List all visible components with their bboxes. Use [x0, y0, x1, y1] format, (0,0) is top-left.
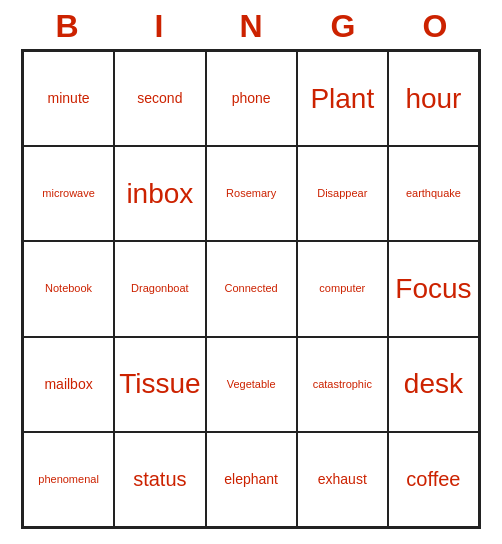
cell-text: coffee — [406, 467, 460, 491]
cell-r1-c0: microwave — [23, 146, 114, 241]
cell-r0-c2: phone — [206, 51, 297, 146]
cell-r0-c1: second — [114, 51, 205, 146]
cell-text: earthquake — [406, 187, 461, 200]
bingo-letter: I — [115, 8, 203, 45]
cell-r3-c0: mailbox — [23, 337, 114, 432]
cell-text: status — [133, 467, 186, 491]
bingo-grid: minutesecondphonePlanthourmicrowaveinbox… — [21, 49, 481, 529]
cell-text: minute — [48, 90, 90, 107]
cell-r4-c0: phenomenal — [23, 432, 114, 527]
bingo-header: BINGO — [21, 0, 481, 49]
cell-r2-c2: Connected — [206, 241, 297, 336]
cell-text: elephant — [224, 471, 278, 488]
cell-text: hour — [405, 82, 461, 116]
cell-r4-c1: status — [114, 432, 205, 527]
cell-r1-c2: Rosemary — [206, 146, 297, 241]
cell-text: Focus — [395, 272, 471, 306]
cell-r0-c4: hour — [388, 51, 479, 146]
cell-r1-c3: Disappear — [297, 146, 388, 241]
cell-text: catastrophic — [313, 378, 372, 391]
cell-r3-c3: catastrophic — [297, 337, 388, 432]
cell-r3-c2: Vegetable — [206, 337, 297, 432]
cell-r2-c0: Notebook — [23, 241, 114, 336]
cell-text: Rosemary — [226, 187, 276, 200]
cell-r1-c1: inbox — [114, 146, 205, 241]
cell-r3-c1: Tissue — [114, 337, 205, 432]
cell-text: Dragonboat — [131, 282, 189, 295]
cell-text: Connected — [225, 282, 278, 295]
bingo-letter: N — [207, 8, 295, 45]
cell-text: second — [137, 90, 182, 107]
cell-r2-c3: computer — [297, 241, 388, 336]
cell-r4-c3: exhaust — [297, 432, 388, 527]
cell-r1-c4: earthquake — [388, 146, 479, 241]
cell-r0-c3: Plant — [297, 51, 388, 146]
cell-text: Vegetable — [227, 378, 276, 391]
cell-r4-c2: elephant — [206, 432, 297, 527]
cell-text: inbox — [126, 177, 193, 211]
bingo-letter: O — [391, 8, 479, 45]
cell-text: Plant — [310, 82, 374, 116]
cell-text: phenomenal — [38, 473, 99, 486]
cell-text: computer — [319, 282, 365, 295]
cell-r2-c4: Focus — [388, 241, 479, 336]
cell-r3-c4: desk — [388, 337, 479, 432]
cell-text: Notebook — [45, 282, 92, 295]
cell-text: phone — [232, 90, 271, 107]
cell-text: Tissue — [119, 367, 200, 401]
cell-r4-c4: coffee — [388, 432, 479, 527]
cell-text: Disappear — [317, 187, 367, 200]
cell-text: desk — [404, 367, 463, 401]
cell-text: mailbox — [44, 376, 92, 393]
cell-r0-c0: minute — [23, 51, 114, 146]
cell-text: exhaust — [318, 471, 367, 488]
cell-text: microwave — [42, 187, 95, 200]
bingo-letter: B — [23, 8, 111, 45]
bingo-letter: G — [299, 8, 387, 45]
cell-r2-c1: Dragonboat — [114, 241, 205, 336]
